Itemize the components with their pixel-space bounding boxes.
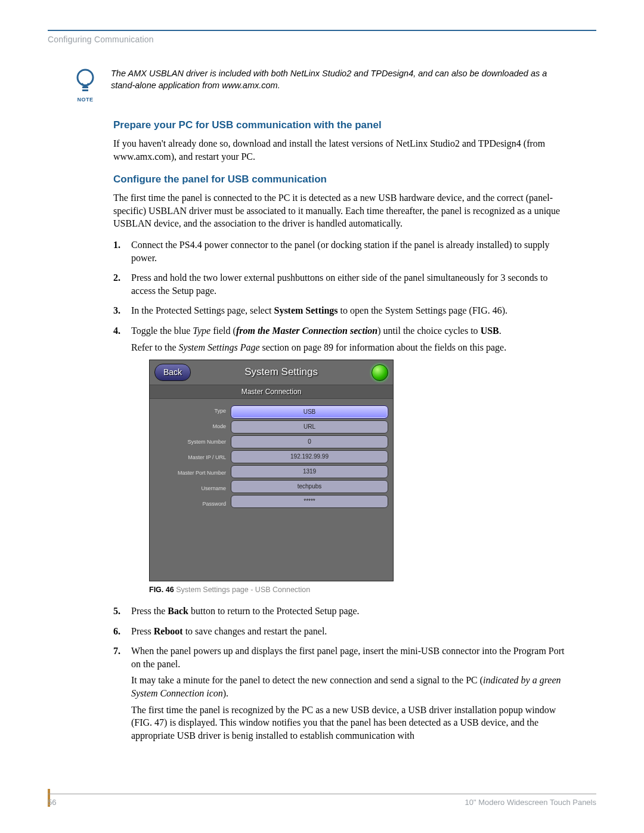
step-4d: from the Master Connection section [236, 326, 377, 336]
panel-blank-area [150, 524, 393, 581]
step-1: Connect the PS4.4 power connector to the… [113, 239, 572, 264]
header-section-label: Configuring Communication [48, 35, 596, 44]
step-5a: Press the [131, 606, 168, 616]
field-type[interactable]: USB [231, 405, 388, 419]
lightbulb-icon [73, 68, 97, 95]
step-2: Press and hold the two lower external pu… [113, 271, 572, 297]
svg-point-0 [78, 70, 93, 85]
back-button[interactable]: Back [154, 364, 191, 381]
step-6: Press Reboot to save changes and restart… [113, 625, 572, 638]
step-6c: to save changes and restart the panel. [183, 626, 327, 636]
step-7-p3: The first time the panel is recognized b… [131, 704, 572, 742]
step-4: Toggle the blue Type field (from the Mas… [113, 324, 572, 595]
figure-caption: FIG. 46 System Settings page - USB Conne… [149, 585, 572, 595]
step-3b: System Settings [274, 305, 338, 315]
step-7-p2c: ). [223, 688, 228, 698]
field-username[interactable]: techpubs [231, 480, 388, 493]
page-footer: 56 10" Modero Widescreen Touch Panels [48, 794, 596, 807]
field-label-masterport: Master Port Number [178, 470, 226, 476]
step-4-ref: Refer to the System Settings Page sectio… [131, 341, 572, 354]
svg-rect-2 [82, 89, 88, 91]
field-label-masterip: Master IP / URL [188, 455, 226, 460]
field-label-type: Type [214, 408, 226, 414]
step-7: When the panel powers up and displays th… [113, 645, 572, 742]
step-3c: to open the System Settings page (FIG. 4… [338, 305, 507, 315]
step-4b: Type [193, 326, 210, 336]
figure-number: FIG. 46 [149, 586, 174, 594]
connection-led-icon [371, 364, 388, 381]
figure-system-settings: Back System Settings Master Connection T… [149, 360, 394, 581]
field-label-password: Password [202, 501, 226, 507]
note-label: NOTE [72, 97, 99, 103]
configure-intro: The first time the panel is connected to… [113, 191, 572, 230]
step-2-text: Press and hold the two lower external pu… [131, 272, 548, 296]
step-6b: Reboot [154, 626, 183, 636]
field-label-mode: Mode [212, 424, 226, 429]
step-7-p2a: It may take a minute for the panel to de… [131, 675, 483, 685]
step-6a: Press [131, 626, 154, 636]
step-7-text: When the panel powers up and displays th… [131, 646, 565, 669]
step-4g: . [499, 326, 501, 336]
note-block: NOTE The AMX USBLAN driver is included w… [72, 68, 572, 103]
step-7-p2: It may take a minute for the panel to de… [131, 674, 572, 699]
field-password[interactable]: ***** [231, 495, 388, 508]
step-4rc: section on page 89 for information about… [260, 342, 507, 352]
heading-configure: Configure the panel for USB communicatio… [113, 174, 572, 185]
step-4ra: Refer to the [131, 342, 179, 352]
field-label-username: Username [201, 486, 226, 491]
doc-title: 10" Modero Widescreen Touch Panels [465, 798, 596, 807]
step-3a: In the Protected Settings page, select [131, 305, 274, 315]
master-connection-header: Master Connection [150, 385, 393, 399]
svg-rect-1 [82, 86, 88, 88]
figure-caption-text: System Settings page - USB Connection [174, 586, 311, 594]
field-mode[interactable]: URL [231, 420, 388, 433]
step-5b: Back [168, 606, 188, 616]
step-3: In the Protected Settings page, select S… [113, 304, 572, 317]
step-4a: Toggle the blue [131, 326, 193, 336]
step-5: Press the Back button to return to the P… [113, 605, 572, 618]
page-number: 56 [48, 798, 56, 807]
step-4f: USB [481, 326, 499, 336]
step-4e: ) until the choice cycles to [377, 326, 480, 336]
prepare-paragraph: If you haven't already done so, download… [113, 137, 572, 163]
note-text: The AMX USBLAN driver is included with b… [111, 68, 572, 91]
field-master-port[interactable]: 1319 [231, 465, 388, 478]
field-label-sysnum: System Number [187, 439, 226, 445]
header-rule [48, 30, 596, 31]
field-system-number[interactable]: 0 [231, 435, 388, 448]
step-4rb: System Settings Page [179, 342, 260, 352]
panel-title: System Settings [191, 366, 371, 379]
step-1-text: Connect the PS4.4 power connector to the… [131, 240, 550, 263]
step-4c: field ( [210, 326, 236, 336]
heading-prepare: Prepare your PC for USB communication wi… [113, 119, 572, 131]
field-master-ip[interactable]: 192.192.99.99 [231, 450, 388, 463]
step-5c: button to return to the Protected Setup … [188, 606, 360, 616]
